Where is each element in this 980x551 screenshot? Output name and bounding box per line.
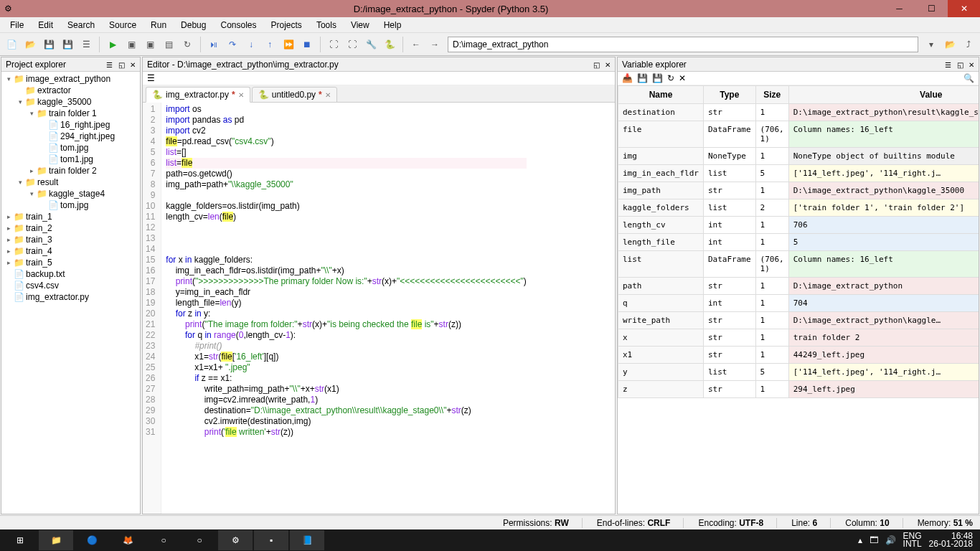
menu-tools[interactable]: Tools [309, 19, 344, 32]
taskbar-spyder-icon[interactable]: ⚙ [218, 530, 253, 550]
tree-node[interactable]: 📁extractor [1, 85, 140, 96]
search-icon[interactable]: 🔍 [963, 73, 974, 83]
menu-file[interactable]: File [3, 19, 31, 32]
menu-search[interactable]: Search [60, 19, 102, 32]
minimize-button[interactable]: ─ [883, 0, 915, 17]
tree-node[interactable]: ▸📁train_2 [1, 222, 140, 234]
taskbar-explorer-icon[interactable]: 📁 [39, 530, 73, 550]
variable-row[interactable]: listDataFrame(706, 1)Column names: 16_le… [618, 251, 979, 278]
tree-node[interactable]: 📄tom.jpg [1, 199, 140, 211]
refresh-icon[interactable]: ↻ [667, 73, 674, 83]
close-icon[interactable]: ✕ [238, 91, 244, 99]
forward-icon[interactable]: → [426, 36, 443, 53]
stop-debug-icon[interactable]: ⏹ [298, 36, 316, 53]
tab-untitled0[interactable]: 🐍untitled0.py*✕ [252, 87, 337, 103]
rerun-icon[interactable]: ↻ [179, 36, 196, 53]
preferences-icon[interactable]: 🔧 [362, 36, 380, 53]
variable-row[interactable]: kaggle_folderslist2['train folder 1', 't… [618, 199, 979, 217]
pane-close-icon[interactable]: ✕ [605, 61, 611, 69]
menu-projects[interactable]: Projects [264, 19, 309, 32]
tree-node[interactable]: ▾📁image_extract_python [1, 73, 140, 85]
tray-up-icon[interactable]: ▴ [858, 535, 862, 545]
step-out-icon[interactable]: ↑ [261, 36, 278, 53]
taskbar-chrome-icon[interactable]: 🔵 [75, 530, 109, 550]
menu-help[interactable]: Help [377, 19, 409, 32]
pane-options-icon[interactable]: ☰ [945, 61, 951, 69]
import-data-icon[interactable]: 📥 [622, 73, 633, 83]
step-into-icon[interactable]: ↓ [242, 36, 260, 53]
working-dir-field[interactable]: D:\image_extract_python [448, 37, 918, 52]
menu-debug[interactable]: Debug [174, 19, 213, 32]
taskbar-notepad-icon[interactable]: 📘 [290, 530, 324, 550]
open-file-icon[interactable]: 📂 [22, 36, 39, 53]
run-selection-icon[interactable]: ▤ [160, 36, 177, 53]
pane-close-icon[interactable]: ✕ [969, 61, 974, 69]
continue-icon[interactable]: ⏩ [280, 36, 297, 53]
tree-node[interactable]: 📄16_right.jpeg [1, 119, 140, 131]
save-data-icon[interactable]: 💾 [637, 73, 648, 83]
variable-row[interactable]: write_pathstr1D:\image_extract_python\ka… [618, 312, 979, 329]
variable-row[interactable]: length_cvint1706 [618, 217, 979, 234]
variable-row[interactable]: imgNoneType1NoneType object of builtins … [618, 148, 979, 165]
run-cell-advance-icon[interactable]: ▣ [141, 36, 159, 53]
fullscreen-icon[interactable]: ⛶ [344, 36, 361, 53]
pane-options-icon[interactable]: ☰ [106, 61, 113, 69]
pane-close-icon[interactable]: ✕ [130, 61, 136, 69]
save-icon[interactable]: 💾 [40, 36, 57, 53]
tree-node[interactable]: ▾📁result [1, 176, 140, 188]
taskbar-cmd-icon[interactable]: ▪ [254, 530, 288, 550]
menu-run[interactable]: Run [143, 19, 174, 32]
tree-node[interactable]: ▸📁train folder 2 [1, 165, 140, 176]
step-over-icon[interactable]: ↷ [224, 36, 241, 53]
pane-undock-icon[interactable]: ◱ [118, 61, 125, 69]
variable-row[interactable]: qint1704 [618, 295, 979, 312]
variable-row[interactable]: pathstr1D:\image_extract_python [618, 278, 979, 295]
tree-node[interactable]: 📄tom1.jpg [1, 154, 140, 165]
variable-row[interactable]: xstr1train folder 2 [618, 329, 979, 347]
taskbar-anaconda-icon[interactable]: ○ [146, 530, 181, 550]
back-icon[interactable]: ← [407, 36, 425, 53]
variable-row[interactable]: img_pathstr1D:\image_extract_python\kagg… [618, 182, 979, 199]
close-button[interactable]: ✕ [948, 0, 980, 17]
variable-row[interactable]: destinationstr1D:\image_extract_python\r… [618, 104, 979, 121]
maximize-pane-icon[interactable]: ⛶ [325, 36, 342, 53]
browse-dir-icon[interactable]: 📂 [941, 36, 958, 53]
parent-dir-icon[interactable]: ⤴ [960, 36, 977, 53]
remove-all-icon[interactable]: ✕ [679, 73, 686, 83]
tree-node[interactable]: 📄tom.jpg [1, 142, 140, 154]
tree-node[interactable]: ▸📁train_4 [1, 245, 140, 257]
variable-row[interactable]: length_fileint15 [618, 234, 979, 251]
outline-icon[interactable]: ☰ [77, 36, 95, 53]
new-file-icon[interactable]: 📄 [3, 36, 20, 53]
pane-undock-icon[interactable]: ◱ [957, 61, 963, 69]
windows-taskbar[interactable]: ⊞ 📁 🔵 🦊 ○ ○ ⚙ ▪ 📘 ▴ 🗔 🔊 ENGINTL 16:4826-… [0, 529, 980, 551]
run-cell-icon[interactable]: ▣ [123, 36, 140, 53]
tree-node[interactable]: 📄backup.txt [1, 268, 140, 280]
variable-row[interactable]: img_in_each_fldrlist5['114_left.jpeg', '… [618, 165, 979, 182]
tray-lang[interactable]: ENGINTL [903, 532, 922, 548]
menu-source[interactable]: Source [102, 19, 143, 32]
debug-icon[interactable]: ⏯ [205, 36, 222, 53]
tree-node[interactable]: ▸📁train_3 [1, 234, 140, 245]
variable-row[interactable]: x1str144249_left.jpeg [618, 347, 979, 364]
tree-node[interactable]: 📄294_right.jpeg [1, 131, 140, 142]
tree-node[interactable]: ▸📁train_1 [1, 211, 140, 222]
tray-battery-icon[interactable]: 🗔 [870, 535, 878, 545]
tree-node[interactable]: ▾📁kaggle_35000 [1, 96, 140, 108]
path-dropdown-icon[interactable]: ▾ [923, 36, 940, 53]
tree-node[interactable]: 📄csv4.csv [1, 280, 140, 291]
tab-img-extractor[interactable]: 🐍img_extractor.py*✕ [146, 87, 250, 103]
tree-node[interactable]: ▸📁train_5 [1, 257, 140, 268]
tree-node[interactable]: ▾📁train folder 1 [1, 108, 140, 119]
tree-node[interactable]: 📄img_extractor.py [1, 291, 140, 303]
project-tree[interactable]: ▾📁image_extract_python 📁extractor▾📁kaggl… [1, 72, 140, 514]
variable-row[interactable]: fileDataFrame(706, 1)Column names: 16_le… [618, 121, 979, 148]
variable-table[interactable]: Name Type Size Value destinationstr1D:\i… [618, 85, 979, 514]
pane-undock-icon[interactable]: ◱ [593, 61, 600, 69]
tree-node[interactable]: ▾📁kaggle_stage4 [1, 188, 140, 199]
save-data-as-icon[interactable]: 💾 [652, 73, 663, 83]
tray-clock[interactable]: 16:4826-01-2018 [929, 532, 973, 548]
run-icon[interactable]: ▶ [104, 36, 121, 53]
variable-row[interactable]: zstr1294_left.jpeg [618, 381, 979, 398]
pythonpath-icon[interactable]: 🐍 [381, 36, 398, 53]
